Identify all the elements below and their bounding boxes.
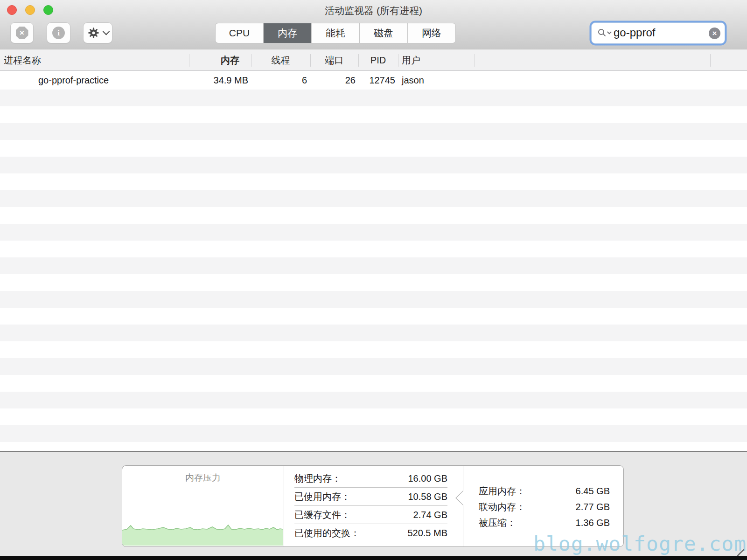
gear-icon [87,27,100,39]
stat-row-swap-used: 已使用的交换： 520.5 MB [294,524,447,542]
column-divider [358,54,359,67]
stat-row-compressed: 被压缩： 1.36 GB [479,515,610,531]
process-name-cell: go-pprof-practice [38,71,109,90]
column-divider [398,54,398,67]
column-divider [189,54,189,67]
stat-row-memory-used: 已使用内存： 10.58 GB [294,488,447,506]
stat-value: 2.74 GB [413,510,447,520]
view-tabs: CPU 内存 能耗 磁盘 网络 [215,23,456,43]
column-header-memory-label: 内存 [221,50,239,70]
settings-menu-button[interactable] [83,22,112,43]
clear-search-icon[interactable]: × [709,28,720,39]
column-header-pid[interactable]: PID [358,50,398,70]
stat-label: 应用内存： [479,485,525,498]
stat-row-wired-memory: 联动内存： 2.77 GB [479,499,610,515]
tab-cpu[interactable]: CPU [216,23,263,43]
memory-pressure-section: 内存压力 [122,466,284,546]
stat-label: 已缓存文件： [294,509,350,521]
search-field[interactable]: × [591,22,725,44]
process-pid-cell: 12745 [334,71,395,90]
stat-label: 被压缩： [479,517,516,529]
stat-label: 物理内存： [294,472,341,485]
column-header-memory[interactable]: 内存 [177,50,247,70]
process-table-header: 进程名称 内存 线程 端口 PID 用户 [0,50,747,71]
stat-label: 联动内存： [479,501,525,513]
column-divider [310,54,311,67]
stat-label: 已使用内存： [294,491,350,503]
sort-descending-icon [243,56,247,61]
tab-disk[interactable]: 磁盘 [359,23,407,43]
column-divider [251,54,251,67]
search-input[interactable] [610,26,709,40]
tab-network[interactable]: 网络 [407,23,455,43]
titlebar: 活动监视器 (所有进程) × i CPU 内存 能耗 [0,0,747,49]
stat-value: 10.58 GB [408,491,447,502]
quit-process-button[interactable]: × [10,22,34,43]
stat-row-physical-memory: 物理内存： 16.00 GB [294,470,447,488]
tab-memory[interactable]: 内存 [263,23,311,43]
column-header-user[interactable]: 用户 [402,50,420,70]
column-header-ports[interactable]: 端口 [310,50,358,70]
empty-row-stripes [0,90,747,451]
stat-label: 已使用的交换： [294,527,360,539]
stat-value: 6.45 GB [576,486,610,497]
inspect-process-button[interactable]: i [47,22,70,43]
process-memory-cell: 34.9 MB [187,71,248,90]
memory-pressure-label: 内存压力 [122,472,284,484]
resize-handle[interactable] [737,549,744,556]
column-header-process-name[interactable]: 进程名称 [4,50,41,70]
tab-energy[interactable]: 能耗 [311,23,359,43]
column-divider [475,54,475,67]
quit-process-icon: × [16,27,28,39]
column-header-threads[interactable]: 线程 [251,50,310,70]
stat-row-cached-files: 已缓存文件： 2.74 GB [294,506,447,524]
search-icon [597,28,608,39]
activity-monitor-window: 活动监视器 (所有进程) × i CPU 内存 能耗 [0,0,747,560]
memory-pressure-underline [133,487,272,487]
screen-bottom-edge [0,556,747,560]
info-icon: i [52,27,65,39]
stat-value: 1.36 GB [576,518,610,528]
watermark: blog.wolfogre.com [533,532,747,555]
stat-value: 2.77 GB [576,502,610,512]
process-user-cell: jason [402,71,424,90]
stat-value: 16.00 GB [408,473,447,484]
memory-stats-left: 物理内存： 16.00 GB 已使用内存： 10.58 GB 已缓存文件： 2.… [284,466,463,546]
stat-value: 520.5 MB [407,528,447,539]
chevron-down-icon [102,28,110,35]
stat-row-app-memory: 应用内存： 6.45 GB [479,483,610,499]
column-divider [710,54,711,67]
table-row[interactable]: go-pprof-practice 34.9 MB 6 26 12745 jas… [0,71,747,90]
window-title: 活动监视器 (所有进程) [0,4,747,17]
